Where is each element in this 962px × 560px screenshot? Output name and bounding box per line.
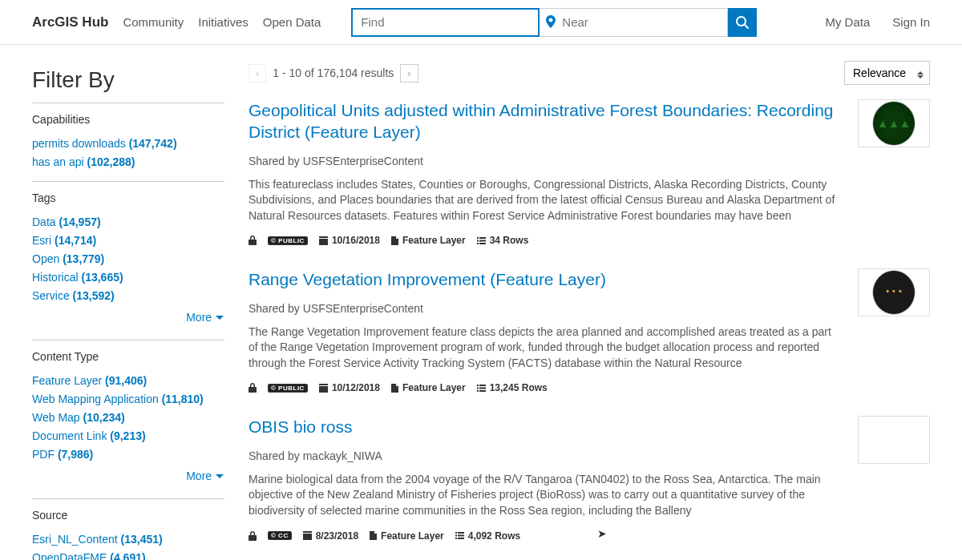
- lock-icon: [249, 383, 257, 393]
- search-find-input[interactable]: [351, 8, 540, 37]
- filter-item[interactable]: Feature Layer (91,406): [32, 374, 224, 387]
- result-shared-by: Shared by USFSEnterpriseContent: [249, 302, 842, 315]
- result-description: The Range Vegetation Improvement feature…: [249, 324, 842, 372]
- filter-section-title: Source: [32, 509, 224, 522]
- nav-my-data[interactable]: My Data: [825, 15, 870, 29]
- page-prev-button[interactable]: ‹: [249, 64, 266, 83]
- search-near-input[interactable]: [540, 8, 728, 37]
- page-info: 1 - 10 of 176,104 results: [266, 66, 400, 79]
- nav-open-data[interactable]: Open Data: [263, 15, 321, 29]
- brand-logo[interactable]: ArcGIS Hub: [32, 14, 108, 30]
- filter-item[interactable]: OpenDataFME (4,691): [32, 551, 224, 560]
- search-result: OBIS bio rossShared by mackayk_NIWAMarin…: [249, 416, 930, 541]
- result-meta: © CC 8/23/2018 Feature Layer 4,092 Rows: [249, 530, 842, 542]
- filter-item[interactable]: Historical (13,665): [32, 271, 224, 284]
- result-shared-by: Shared by mackayk_NIWA: [249, 449, 842, 462]
- result-thumbnail[interactable]: [858, 416, 930, 464]
- result-date: 10/16/2018: [319, 235, 380, 246]
- filter-item[interactable]: has an api (102,288): [32, 155, 224, 168]
- search-result: Geopolitical Units adjusted within Admin…: [249, 99, 930, 246]
- result-description: Marine biological data from the 2004 voy…: [249, 472, 842, 519]
- sort-select-wrap: Relevance: [844, 61, 930, 85]
- filter-item[interactable]: Esri_NL_Content (13,451): [32, 533, 224, 546]
- filter-item[interactable]: Document Link (9,213): [32, 429, 224, 442]
- filter-section: SourceEsri_NL_Content (13,451)OpenDataFM…: [32, 498, 224, 560]
- filter-item[interactable]: Open (13,779): [32, 252, 224, 265]
- result-thumbnail[interactable]: [858, 99, 930, 147]
- nav-initiatives[interactable]: Initiatives: [198, 15, 249, 29]
- filter-more-button[interactable]: More: [32, 466, 224, 485]
- sort-select[interactable]: Relevance: [844, 61, 930, 85]
- license-badge: © PUBLIC: [268, 236, 308, 245]
- result-date: 8/23/2018: [303, 530, 358, 542]
- filter-more-button[interactable]: More: [32, 308, 224, 327]
- filter-item[interactable]: PDF (7,986): [32, 448, 224, 461]
- result-type: Feature Layer: [370, 530, 444, 542]
- filter-title: Filter By: [32, 67, 224, 93]
- license-badge: © CC: [268, 531, 292, 540]
- search-result: Range Vegetation Improvement (Feature La…: [249, 268, 930, 393]
- search-button[interactable]: [728, 8, 757, 37]
- result-description: This featureclass includes States, Count…: [249, 177, 842, 224]
- result-type: Feature Layer: [391, 382, 466, 393]
- license-badge: © PUBLIC: [268, 384, 308, 393]
- filter-item[interactable]: Esri (14,714): [32, 234, 224, 247]
- search-icon: [736, 16, 749, 29]
- filter-section: Content TypeFeature Layer (91,406)Web Ma…: [32, 340, 224, 485]
- lock-icon: [249, 531, 257, 541]
- pagination: ‹ 1 - 10 of 176,104 results ›: [249, 64, 418, 83]
- filter-item[interactable]: permits downloads (147,742): [32, 137, 224, 150]
- filter-item[interactable]: Web Mapping Application (11,810): [32, 393, 224, 405]
- filter-section: TagsData (14,957)Esri (14,714)Open (13,7…: [32, 181, 224, 327]
- result-title-link[interactable]: Geopolitical Units adjusted within Admin…: [249, 101, 834, 141]
- lock-icon: [249, 236, 257, 245]
- location-pin-icon: [546, 15, 556, 30]
- results-main: ‹ 1 - 10 of 176,104 results › Relevance …: [249, 61, 930, 560]
- filter-section-title: Content Type: [32, 350, 224, 363]
- nav-sign-in[interactable]: Sign In: [892, 15, 930, 29]
- filter-item[interactable]: Data (14,957): [32, 216, 224, 228]
- result-rows: 34 Rows: [477, 235, 529, 246]
- result-type: Feature Layer: [391, 235, 466, 246]
- filter-item[interactable]: Web Map (10,234): [32, 411, 224, 424]
- filter-sidebar: Filter By Capabilitiespermits downloads …: [32, 61, 224, 560]
- result-title-link[interactable]: OBIS bio ross: [249, 417, 353, 436]
- result-meta: © PUBLIC 10/12/2018 Feature Layer 13,245…: [249, 382, 842, 393]
- result-thumbnail[interactable]: [858, 268, 930, 316]
- result-title-link[interactable]: Range Vegetation Improvement (Feature La…: [249, 270, 606, 288]
- result-rows: 4,092 Rows: [455, 530, 520, 542]
- filter-section-title: Tags: [32, 191, 224, 204]
- filter-item[interactable]: Service (13,592): [32, 289, 224, 302]
- page-next-button[interactable]: ›: [400, 64, 418, 83]
- filter-section-title: Capabilities: [32, 113, 224, 126]
- result-shared-by: Shared by USFSEnterpriseContent: [249, 155, 842, 167]
- filter-section: Capabilitiespermits downloads (147,742)h…: [32, 103, 224, 168]
- nav-community[interactable]: Community: [123, 15, 184, 29]
- search-group: [351, 8, 757, 37]
- top-navigation: ArcGIS Hub Community Initiatives Open Da…: [0, 0, 962, 45]
- result-meta: © PUBLIC 10/16/2018 Feature Layer 34 Row…: [249, 235, 842, 246]
- result-rows: 13,245 Rows: [477, 382, 548, 393]
- result-date: 10/12/2018: [319, 382, 380, 393]
